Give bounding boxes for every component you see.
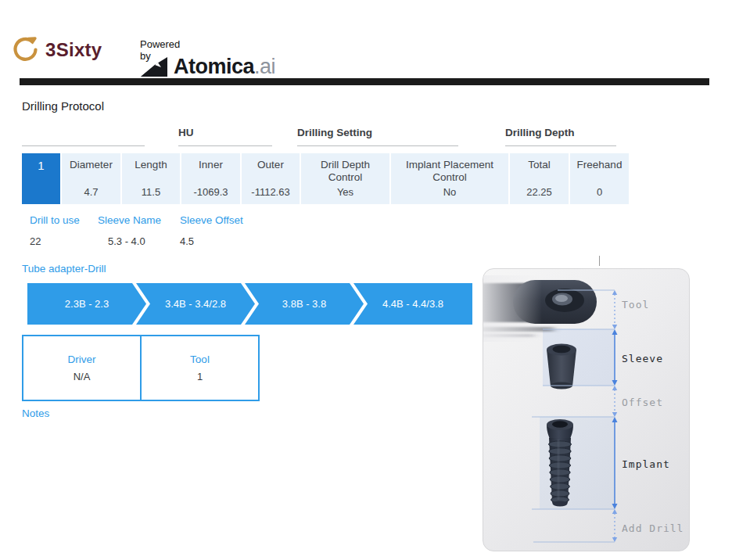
diagram-label-sleeve: Sleeve xyxy=(622,353,663,364)
col-total: Total 22.25 xyxy=(510,153,569,204)
col-drill-depth-control: Drill Depth Control Yes xyxy=(301,153,389,204)
dimension-lines xyxy=(612,290,618,542)
col-diameter: Diameter 4.7 xyxy=(62,153,120,204)
brand-name: 3Sixty xyxy=(45,39,102,61)
sleeve-offset-value: 4.5 xyxy=(180,235,194,247)
diagram-label-implant: Implant xyxy=(622,458,670,470)
driver-cell: Driver N/A xyxy=(23,336,140,400)
implant-diagram-panel: Tool Sleeve Offset Implant Add Drill xyxy=(483,268,690,551)
diagram-label-add-drill: Add Drill xyxy=(622,522,684,534)
drill-step-4: 4.4B - 4.4/3.8 xyxy=(353,283,472,325)
drill-sequence: 2.3B - 2.3 3.4B - 3.4/2.8 3.8B - 3.8 4.4… xyxy=(27,283,472,325)
column-group-drilling-setting: Drilling Setting xyxy=(297,123,458,146)
col-freehand: Freehand 0 xyxy=(570,153,629,204)
partner-suffix: .ai xyxy=(254,55,275,79)
tool-cell: Tool 1 xyxy=(140,336,258,400)
column-group-drilling-depth: Drilling Depth xyxy=(505,123,616,146)
protocol-table: 1 Diameter 4.7 Length 11.5 Inner -1069.3… xyxy=(22,153,629,204)
col-inner: Inner -1069.3 xyxy=(181,153,240,204)
implant-illustration xyxy=(547,419,573,507)
drill-to-use-label: Drill to use xyxy=(30,214,80,226)
col-outer: Outer -1112.63 xyxy=(242,153,300,204)
partner-logo: Atomica.ai xyxy=(140,55,275,79)
3sixty-logo-icon xyxy=(11,34,39,63)
diagram-label-offset: Offset xyxy=(622,397,663,408)
sleeve-name-value: 5.3 - 4.0 xyxy=(108,235,145,247)
implant-diagram: Tool Sleeve Offset Implant Add Drill xyxy=(483,269,690,551)
column-group-blank xyxy=(22,123,145,146)
diagram-label-tool: Tool xyxy=(622,299,649,311)
col-length: Length 11.5 xyxy=(122,153,180,204)
atomica-logo-icon xyxy=(140,56,168,79)
notes-link[interactable]: Notes xyxy=(22,407,49,419)
tube-adapter-label: Tube adapter-Drill xyxy=(22,263,106,275)
drill-step-2: 3.4B - 3.4/2.8 xyxy=(136,283,255,325)
sleeve-name-label: Sleeve Name xyxy=(98,214,161,226)
drill-to-use-value: 22 xyxy=(30,235,41,247)
header-divider-bar xyxy=(20,78,709,85)
col-implant-placement-control: Implant Placement Control No xyxy=(391,153,508,204)
row-number-cell: 1 xyxy=(22,153,60,204)
drill-step-3: 3.8B - 3.8 xyxy=(245,283,364,325)
panel-tick-mark xyxy=(599,256,600,266)
sleeve-illustration xyxy=(547,344,576,389)
driver-tool-box: Driver N/A Tool 1 xyxy=(22,335,260,401)
partner-name: Atomica xyxy=(174,55,254,79)
sleeve-offset-label: Sleeve Offset xyxy=(180,214,243,226)
drill-step-1: 2.3B - 2.3 xyxy=(27,283,146,325)
column-group-hu: HU xyxy=(178,123,272,146)
page-title: Drilling Protocol xyxy=(22,99,104,113)
